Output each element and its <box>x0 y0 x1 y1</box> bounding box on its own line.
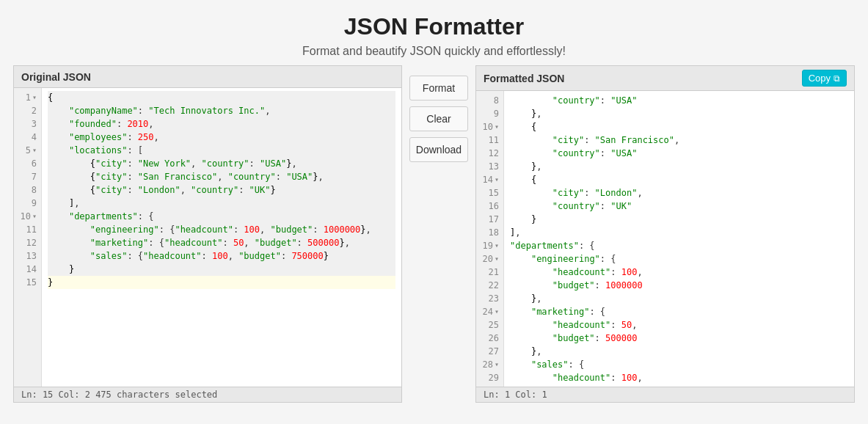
download-button[interactable]: Download <box>409 137 468 162</box>
format-button[interactable]: Format <box>409 76 468 100</box>
code-line: "headcount": 100, <box>510 266 848 279</box>
code-line: "marketing": { <box>510 305 848 318</box>
code-line: "departments": { <box>510 239 848 252</box>
code-line: "budget": 500000 <box>510 332 848 345</box>
code-line: "city": "San Francisco", <box>510 134 848 147</box>
code-line: {"city": "San Francisco", "country": "US… <box>48 170 395 183</box>
code-line: {"city": "New York", "country": "USA"}, <box>48 157 395 170</box>
code-line: "employees": 250, <box>48 131 395 144</box>
code-line: "country": "USA" <box>510 94 848 107</box>
original-line-numbers: 1 ▾ 2 3 4 5 ▾ 6 7 8 9 10 ▾ 11 12 13 14 1… <box>14 88 42 387</box>
code-line: "sales": {"headcount": 100, "budget": 75… <box>48 249 395 263</box>
code-line: } <box>48 263 395 276</box>
code-line: ], <box>48 197 395 210</box>
copy-button[interactable]: Copy ⧉ <box>802 70 847 87</box>
formatted-json-panel: Formatted JSON Copy ⧉ 8 9 10 ▾ 11 12 13 … <box>475 65 855 403</box>
formatted-line-numbers: 8 9 10 ▾ 11 12 13 14 ▾ 15 16 17 18 19 ▾ … <box>476 91 504 387</box>
copy-label: Copy <box>809 73 831 84</box>
formatted-json-code[interactable]: "country": "USA" }, { "city": "San Franc… <box>504 91 854 387</box>
code-line: "country": "UK" <box>510 200 848 213</box>
copy-icon: ⧉ <box>834 73 840 84</box>
page-header: JSON Formatter Format and beautify JSON … <box>0 0 868 65</box>
code-line: "budget": 1000000 <box>510 279 848 292</box>
original-json-header: Original JSON <box>14 66 401 88</box>
clear-button[interactable]: Clear <box>409 106 468 131</box>
original-json-code[interactable]: { "companyName": "Tech Innovators Inc.",… <box>42 88 401 387</box>
formatted-json-title: Formatted JSON <box>484 73 564 84</box>
code-line: "marketing": {"headcount": 50, "budget":… <box>48 236 395 249</box>
code-line: { <box>510 173 848 186</box>
code-line: { <box>48 91 395 104</box>
code-line: }, <box>510 107 848 120</box>
code-line: }, <box>510 160 848 173</box>
code-line: "sales": { <box>510 358 848 371</box>
original-status-bar: Ln: 15 Col: 2 475 characters selected <box>14 387 401 402</box>
original-json-panel: Original JSON 1 ▾ 2 3 4 5 ▾ 6 7 8 9 10 ▾… <box>13 65 402 403</box>
code-line: "country": "USA" <box>510 147 848 160</box>
code-line: }, <box>510 292 848 305</box>
code-line: }, <box>510 345 848 358</box>
code-line: { <box>510 120 848 134</box>
page-subtitle: Format and beautify JSON quickly and eff… <box>0 45 868 58</box>
code-line: "city": "London", <box>510 186 848 200</box>
code-line: "headcount": 100, <box>510 371 848 384</box>
code-line: ], <box>510 226 848 239</box>
code-line: "companyName": "Tech Innovators Inc.", <box>48 104 395 117</box>
code-line: {"city": "London", "country": "UK"} <box>48 183 395 197</box>
code-line: "locations": [ <box>48 144 395 157</box>
code-line: } <box>510 213 848 226</box>
code-line: } <box>48 276 395 289</box>
code-line: "headcount": 50, <box>510 318 848 332</box>
main-content: Original JSON 1 ▾ 2 3 4 5 ▾ 6 7 8 9 10 ▾… <box>0 65 868 410</box>
formatted-json-header: Formatted JSON Copy ⧉ <box>476 66 854 91</box>
code-line: "departments": { <box>48 210 395 223</box>
code-line: "engineering": { <box>510 252 848 266</box>
formatted-status-bar: Ln: 1 Col: 1 <box>476 387 854 402</box>
original-json-editor[interactable]: 1 ▾ 2 3 4 5 ▾ 6 7 8 9 10 ▾ 11 12 13 14 1… <box>14 88 401 387</box>
page-title: JSON Formatter <box>0 13 868 40</box>
code-line: "founded": 2010, <box>48 117 395 131</box>
action-buttons-panel: Format Clear Download <box>402 65 475 403</box>
formatted-json-editor[interactable]: 8 9 10 ▾ 11 12 13 14 ▾ 15 16 17 18 19 ▾ … <box>476 91 854 387</box>
original-json-title: Original JSON <box>21 71 91 83</box>
code-line: "engineering": {"headcount": 100, "budge… <box>48 223 395 236</box>
